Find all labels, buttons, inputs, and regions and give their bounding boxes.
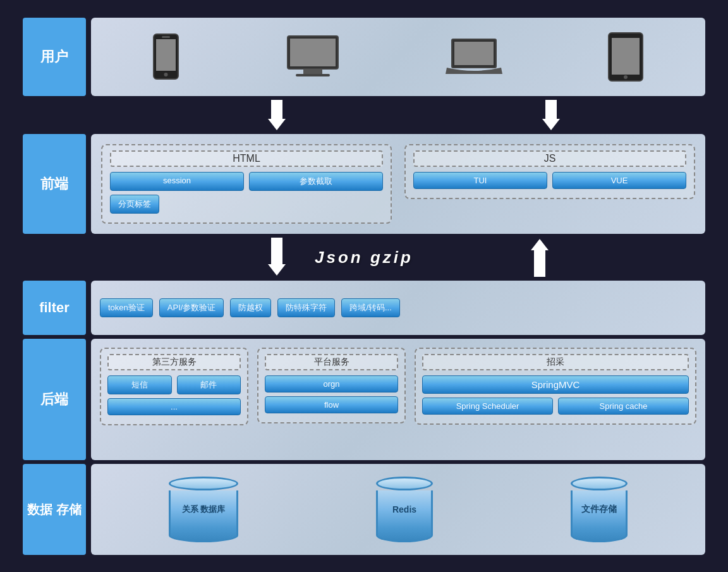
svg-rect-3 <box>162 36 170 38</box>
zhaocha-row1: SpringMVC <box>422 375 689 394</box>
third-party-row1: 短信 邮件 <box>107 375 241 394</box>
relational-db-label: 关系 数据库 <box>182 504 226 515</box>
spring-cache-btn[interactable]: Spring cache <box>558 398 689 415</box>
svg-rect-6 <box>303 69 322 74</box>
pagination-btn[interactable]: 分页标签 <box>110 195 159 214</box>
third-party-box: 第三方服务 短信 邮件 ... <box>100 348 248 425</box>
zhaocha-row2: Spring Scheduler Spring cache <box>422 398 689 415</box>
user-content <box>91 18 705 97</box>
json-gzip-section: Json gzip <box>23 238 705 277</box>
filter-layer: filter token验证 API/参数验证 防越权 防特殊字符 跨域/转码.… <box>23 281 705 335</box>
svg-rect-11 <box>612 38 640 75</box>
desktop-icon <box>284 33 341 80</box>
frontend-layer: 前端 HTML session 参数截取 分页标签 JS <box>23 134 705 234</box>
tablet-icon <box>607 32 645 82</box>
relational-db: 关系 数据库 <box>169 477 238 542</box>
platform-row2: flow <box>265 396 398 413</box>
tui-btn[interactable]: TUI <box>413 172 547 189</box>
backend-boxes: 第三方服务 短信 邮件 ... 平台服务 orgn <box>100 348 696 425</box>
flow-btn[interactable]: flow <box>265 396 398 413</box>
js-box: JS TUI VUE <box>404 144 695 199</box>
antiauth-btn[interactable]: 防越权 <box>230 298 271 317</box>
js-btn-row1: TUI VUE <box>413 172 686 189</box>
arrow-down-html <box>268 100 286 130</box>
storage-items: 关系 数据库 Redis 文件存储 <box>100 477 696 542</box>
storage-label: 数据 存储 <box>23 464 86 555</box>
cors-btn[interactable]: 跨域/转码... <box>341 298 399 317</box>
html-btn-row2: 分页标签 <box>110 195 383 214</box>
js-box-title: JS <box>413 150 686 167</box>
html-btn-row1: session 参数截取 <box>110 172 383 191</box>
more-btn[interactable]: ... <box>107 398 241 415</box>
phone-icon <box>152 33 180 80</box>
redis-label: Redis <box>392 504 416 514</box>
third-party-title: 第三方服务 <box>107 354 241 370</box>
svg-point-12 <box>624 75 628 79</box>
email-btn[interactable]: 邮件 <box>177 375 241 394</box>
filter-items: token验证 API/参数验证 防越权 防特殊字符 跨域/转码... <box>100 298 696 317</box>
token-btn[interactable]: token验证 <box>100 298 153 317</box>
zhaocha-box: 招采 SpringMVC Spring Scheduler Spring cac… <box>415 348 696 425</box>
filter-label: filter <box>23 281 86 335</box>
api-btn[interactable]: API/参数验证 <box>159 298 224 317</box>
springmvc-btn[interactable]: SpringMVC <box>422 375 689 394</box>
antispecial-btn[interactable]: 防特殊字符 <box>277 298 335 317</box>
device-icons <box>100 32 696 82</box>
architecture-diagram: 用户 <box>16 11 712 561</box>
arrow-to-filter <box>268 238 286 276</box>
third-party-row2: ... <box>107 398 241 415</box>
platform-box: 平台服务 orgn flow <box>257 348 406 423</box>
spring-scheduler-btn[interactable]: Spring Scheduler <box>422 398 553 415</box>
frontend-content: HTML session 参数截取 分页标签 JS TUI VUE <box>91 134 705 234</box>
filter-content: token验证 API/参数验证 防越权 防特殊字符 跨域/转码... <box>91 281 705 335</box>
arrow-down-js <box>542 100 560 130</box>
html-box-title: HTML <box>110 150 383 167</box>
zhaocha-title: 招采 <box>422 354 689 370</box>
file-storage: 文件存储 <box>571 477 628 542</box>
frontend-label: 前端 <box>23 134 86 234</box>
sms-btn[interactable]: 短信 <box>107 375 172 394</box>
backend-content: 第三方服务 短信 邮件 ... 平台服务 orgn <box>91 339 705 460</box>
storage-content: 关系 数据库 Redis 文件存储 <box>91 464 705 555</box>
svg-point-2 <box>164 73 168 76</box>
platform-row1: orgn <box>265 375 398 392</box>
html-box: HTML session 参数截取 分页标签 <box>101 144 392 224</box>
frontend-boxes: HTML session 参数截取 分页标签 JS TUI VUE <box>101 144 695 224</box>
file-storage-label: 文件存储 <box>581 504 617 515</box>
svg-rect-5 <box>290 39 336 66</box>
session-btn[interactable]: session <box>110 172 244 191</box>
platform-title: 平台服务 <box>265 354 398 370</box>
svg-rect-9 <box>454 42 494 65</box>
svg-rect-7 <box>296 74 330 76</box>
laptop-icon <box>446 36 502 77</box>
redis-db: Redis <box>376 477 433 542</box>
storage-layer: 数据 存储 关系 数据库 Redis <box>23 464 705 555</box>
user-layer: 用户 <box>23 18 705 97</box>
svg-rect-1 <box>156 39 176 71</box>
backend-label: 后端 <box>23 339 86 460</box>
orgn-btn[interactable]: orgn <box>265 375 398 392</box>
backend-layer: 后端 第三方服务 短信 邮件 ... 平台服务 <box>23 339 705 460</box>
json-gzip-label: Json gzip <box>315 248 413 267</box>
params-btn[interactable]: 参数截取 <box>249 172 383 191</box>
vue-btn[interactable]: VUE <box>552 172 686 189</box>
user-to-frontend-arrows <box>91 100 705 130</box>
arrow-to-frontend <box>531 239 549 277</box>
user-label: 用户 <box>23 18 86 97</box>
